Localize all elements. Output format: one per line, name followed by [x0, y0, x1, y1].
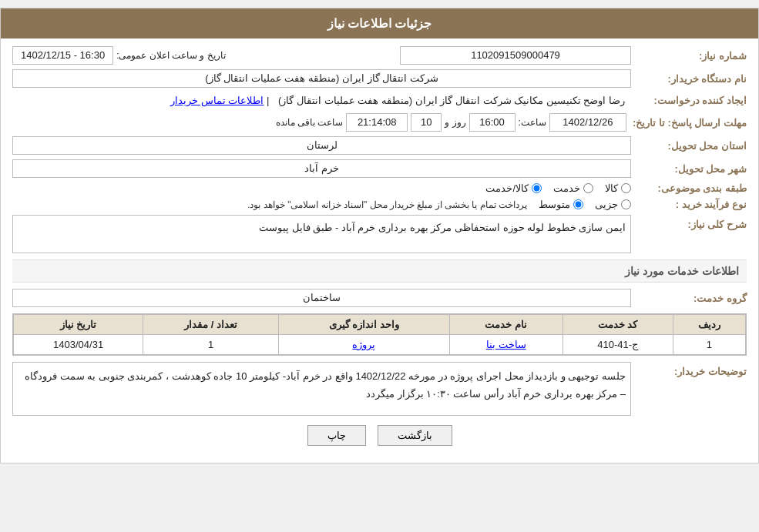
requester-row: ایجاد کننده درخواست: رضا اوضح تکنیسین مک…: [12, 92, 747, 109]
need-number-label: شماره نیاز:: [631, 50, 747, 62]
buyer-notes-value: جلسه توجیهی و بازدیداز محل اجرای پروژه د…: [12, 362, 631, 416]
print-button[interactable]: چاپ: [307, 425, 366, 446]
services-table-head: ردیف کد خدمت نام خدمت واحد اندازه گیری ت…: [14, 315, 746, 335]
services-table-wrapper: ردیف کد خدمت نام خدمت واحد اندازه گیری ت…: [12, 313, 747, 356]
cell-count: 1: [143, 335, 279, 355]
requester-value: رضا اوضح تکنیسین مکانیک شرکت انتقال گاز …: [12, 92, 631, 109]
date-row: 1402/12/26 ساعت: 16:00 روز و 10 21:14:08…: [12, 113, 626, 132]
province-value: لرستان: [12, 136, 631, 155]
services-section-header: اطلاعات خدمات مورد نیاز: [12, 259, 747, 283]
province-label: استان محل تحویل:: [631, 140, 747, 152]
button-row: بازگشت چاپ: [12, 425, 747, 446]
category-option-both[interactable]: کالا/خدمت: [485, 182, 542, 194]
cell-unit[interactable]: پروژه: [279, 335, 450, 355]
requester-label: ایجاد کننده درخواست:: [631, 95, 747, 106]
buyer-notes-row: توضیحات خریدار: جلسه توجیهی و بازدیداز م…: [12, 362, 747, 416]
buyer-org-value: شرکت انتقال گاز ایران (منطقه هفت عملیات …: [12, 69, 631, 88]
category-option-service[interactable]: خدمت: [553, 182, 593, 194]
col-name: نام خدمت: [449, 315, 563, 335]
purchase-type-description: پرداخت تمام یا بخشی از مبلغ خریدار محل "…: [247, 199, 527, 210]
page-header: جزئیات اطلاعات نیاز: [1, 8, 758, 38]
category-label: طبقه بندی موضوعی:: [631, 182, 747, 194]
cell-name[interactable]: ساخت بنا: [449, 335, 563, 355]
requester-contact-link[interactable]: اطلاعات تماس خریدار: [170, 95, 264, 106]
city-label: شهر محل تحویل:: [631, 163, 747, 175]
category-option-goods[interactable]: کالا: [605, 182, 631, 194]
table-row: 1 ج-41-410 ساخت بنا پروژه 1 1403/04/31: [14, 335, 746, 355]
col-unit: واحد اندازه گیری: [279, 315, 450, 335]
province-row: استان محل تحویل: لرستان: [12, 136, 747, 155]
send-time-value: 16:00: [469, 113, 516, 132]
send-deadline-label: مهلت ارسال پاسخ: تا تاریخ:: [626, 117, 747, 129]
cell-row: 1: [673, 335, 745, 355]
send-days-label: روز و: [445, 117, 465, 128]
description-row: شرح کلی نیاز: ایمن سازی خطوط لوله حوزه ا…: [12, 215, 747, 253]
service-group-value: ساختمان: [12, 289, 631, 307]
services-table-body: 1 ج-41-410 ساخت بنا پروژه 1 1403/04/31: [14, 335, 746, 355]
send-remaining-value: 21:14:08: [346, 113, 408, 132]
buyer-notes-label: توضیحات خریدار:: [631, 362, 747, 377]
buyer-org-label: نام دستگاه خریدار:: [631, 73, 747, 85]
col-row: ردیف: [673, 315, 745, 335]
service-group-label: گروه خدمت:: [631, 293, 747, 304]
announce-label: تاریخ و ساعت اعلان عمومی:: [116, 50, 226, 61]
description-label: شرح کلی نیاز:: [631, 215, 747, 230]
services-table-header-row: ردیف کد خدمت نام خدمت واحد اندازه گیری ت…: [14, 315, 746, 335]
purchase-type-partial[interactable]: جزیی: [595, 199, 631, 210]
services-table: ردیف کد خدمت نام خدمت واحد اندازه گیری ت…: [13, 314, 746, 355]
col-code: کد خدمت: [563, 315, 673, 335]
buyer-org-row: نام دستگاه خریدار: شرکت انتقال گاز ایران…: [12, 69, 747, 88]
page-title: جزئیات اطلاعات نیاز: [327, 17, 432, 30]
service-group-row: گروه خدمت: ساختمان: [12, 289, 747, 307]
back-button[interactable]: بازگشت: [378, 425, 452, 446]
send-days-value: 10: [411, 113, 442, 132]
city-row: شهر محل تحویل: خرم آباد: [12, 159, 747, 178]
purchase-type-label: نوع فرآیند خرید :: [631, 199, 747, 210]
category-row: طبقه بندی موضوعی: کالا خدمت کالا/خدمت: [12, 182, 747, 194]
need-number-row: شماره نیاز: 1102091509000479 تاریخ و ساع…: [12, 46, 747, 65]
cell-code: ج-41-410: [563, 335, 673, 355]
col-count: تعداد / مقدار: [143, 315, 279, 335]
send-time-label: ساعت:: [519, 117, 546, 128]
page-wrapper: جزئیات اطلاعات نیاز شماره نیاز: 11020915…: [0, 8, 759, 463]
col-date: تاریخ نیاز: [14, 315, 143, 335]
category-radio-group: کالا خدمت کالا/خدمت: [12, 182, 631, 194]
purchase-type-medium[interactable]: متوسط: [539, 199, 583, 210]
send-date-value: 1402/12/26: [549, 113, 626, 132]
announce-value: 1402/12/15 - 16:30: [12, 46, 113, 65]
cell-date: 1403/04/31: [14, 335, 143, 355]
purchase-type-row: نوع فرآیند خرید : جزیی متوسط پرداخت تمام…: [12, 199, 747, 210]
content-area: شماره نیاز: 1102091509000479 تاریخ و ساع…: [1, 38, 758, 463]
description-value: ایمن سازی خطوط لوله حوزه استحفاظی مرکز ب…: [12, 215, 631, 253]
need-number-value: 1102091509000479: [400, 46, 631, 65]
send-remaining-label: ساعت باقی مانده: [276, 117, 344, 128]
purchase-type-radio-group: جزیی متوسط پرداخت تمام یا بخشی از مبلغ خ…: [12, 199, 631, 210]
send-deadline-row: مهلت ارسال پاسخ: تا تاریخ: 1402/12/26 سا…: [12, 113, 747, 132]
city-value: خرم آباد: [12, 159, 631, 178]
